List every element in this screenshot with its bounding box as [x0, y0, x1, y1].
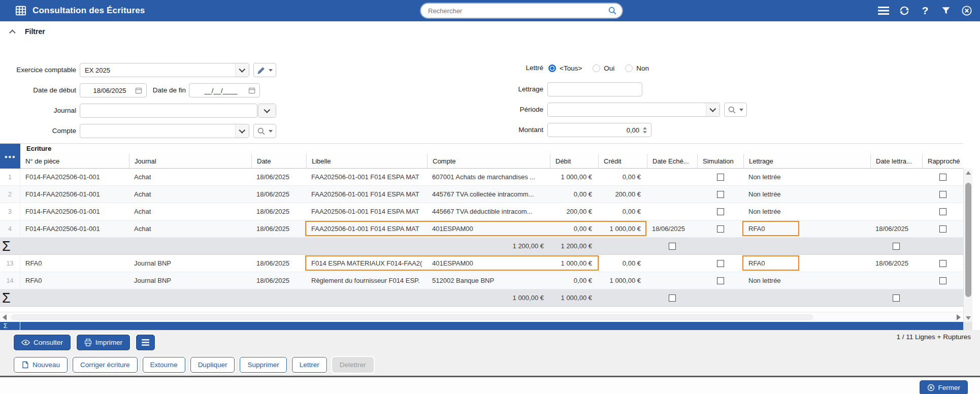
radio-label[interactable]: <Tous>	[560, 64, 582, 72]
rapproche-checkbox[interactable]	[939, 174, 946, 181]
periode-select[interactable]	[547, 103, 720, 117]
filter-funnel-icon[interactable]	[940, 5, 952, 17]
column-header[interactable]: Journal	[129, 154, 251, 169]
calendar-icon[interactable]	[248, 86, 255, 94]
chevron-down-icon[interactable]	[706, 103, 720, 116]
rapproche-checkbox[interactable]	[939, 260, 946, 267]
montant-input[interactable]	[552, 126, 641, 134]
rapproche-checkbox[interactable]	[939, 208, 946, 215]
table-row[interactable]: 14RFA0Journal BNP18/06/2025Règlement du …	[0, 272, 963, 289]
table-row[interactable]: 3F014-FAA202506-01-001Achat18/06/2025FAA…	[0, 203, 963, 220]
radio-unselected[interactable]	[625, 64, 633, 72]
journal-field[interactable]	[80, 104, 257, 118]
radio-label[interactable]: Non	[636, 64, 649, 72]
nouveau-button[interactable]: Nouveau	[14, 357, 68, 373]
scroll-up-icon[interactable]	[964, 169, 973, 177]
supprimer-button[interactable]: Supprimer	[240, 357, 286, 373]
column-header[interactable]: Crédit	[598, 154, 647, 169]
chevron-down-icon[interactable]	[235, 63, 249, 77]
column-header[interactable]: Débit	[550, 154, 598, 169]
column-header[interactable]: Date	[251, 154, 306, 169]
radio-unselected[interactable]	[593, 64, 600, 72]
table-row[interactable]: 1F014-FAA202506-01-001Achat18/06/2025FAA…	[0, 169, 963, 186]
exercice-edit-button[interactable]	[253, 63, 276, 77]
consulter-button[interactable]: Consulter	[14, 335, 71, 350]
periode-search-button[interactable]	[724, 103, 747, 117]
sum-row[interactable]: Σ1 200,00 €1 200,00 €	[0, 238, 963, 255]
column-header[interactable]: Libelle	[306, 154, 427, 169]
rapproche-checkbox[interactable]	[893, 243, 900, 250]
totals-bar-end	[963, 322, 972, 330]
horizontal-scroll-thumb[interactable]	[11, 314, 813, 320]
vertical-scrollbar[interactable]	[963, 169, 972, 322]
close-window-icon[interactable]	[961, 5, 973, 17]
search-box[interactable]	[421, 4, 622, 18]
horizontal-scrollbar[interactable]	[0, 312, 963, 322]
date-fin-input[interactable]	[193, 87, 248, 94]
column-header[interactable]: Date lettra...	[870, 154, 922, 169]
rapproche-checkbox[interactable]	[939, 191, 946, 198]
simulation-checkbox[interactable]	[717, 191, 724, 198]
lettrer-button[interactable]: Lettrer	[292, 357, 327, 373]
journal-dropdown-button[interactable]	[258, 104, 276, 118]
search-icon[interactable]	[608, 6, 617, 15]
menu-icon[interactable]	[877, 5, 890, 17]
filter-header[interactable]: Filtrer	[11, 27, 45, 36]
simulation-checkbox[interactable]	[669, 294, 676, 302]
column-header[interactable]: Rapproché	[922, 154, 963, 169]
table-row[interactable]: 4F014-FAA202506-01-001Achat18/06/2025FAA…	[0, 220, 963, 238]
search-input[interactable]	[428, 7, 608, 15]
more-actions-button[interactable]	[136, 335, 155, 350]
compte-search-button[interactable]	[253, 124, 276, 138]
extourne-button[interactable]: Extourne	[143, 357, 185, 373]
column-header[interactable]: Compte	[427, 154, 550, 169]
chevron-down-icon[interactable]	[235, 124, 249, 138]
scroll-right-icon[interactable]	[954, 312, 963, 322]
row-options-icon[interactable]: ●●●	[0, 144, 20, 169]
help-icon[interactable]: ?	[919, 5, 931, 17]
pencil-icon[interactable]	[257, 66, 266, 75]
new-document-icon	[21, 361, 29, 369]
montant-stepper[interactable]	[641, 127, 647, 134]
rapproche-checkbox[interactable]	[893, 294, 900, 302]
vertical-scroll-thumb[interactable]	[965, 183, 971, 297]
scroll-left-icon[interactable]	[0, 312, 9, 322]
chevron-down-icon[interactable]	[269, 130, 273, 133]
lettrage-input[interactable]	[552, 86, 638, 93]
simulation-checkbox[interactable]	[717, 174, 724, 181]
date-fin-field[interactable]	[189, 83, 260, 97]
chevron-down-icon[interactable]	[269, 69, 273, 72]
montant-field[interactable]	[547, 123, 651, 137]
table-row[interactable]: 13RFA0Journal BNP18/06/2025F014 ESPA MAT…	[0, 255, 963, 272]
sum-row[interactable]: Σ1 000,00 €1 000,00 €	[0, 289, 963, 307]
lettrage-field[interactable]	[547, 82, 642, 96]
table-row[interactable]: 2F014-FAA202506-01-001Achat18/06/2025FAA…	[0, 186, 963, 203]
journal-input[interactable]	[84, 107, 253, 115]
radio-label[interactable]: Oui	[604, 64, 614, 72]
simulation-checkbox[interactable]	[717, 208, 724, 215]
corriger-ecriture-button[interactable]: Corriger écriture	[73, 357, 138, 373]
magnifier-icon[interactable]	[257, 127, 266, 136]
column-header[interactable]: Lettrage	[743, 154, 870, 169]
fermer-button[interactable]: Fermer	[920, 380, 968, 394]
magnifier-icon[interactable]	[728, 106, 736, 114]
chevron-down-icon[interactable]	[739, 109, 743, 111]
collapse-chevron-icon[interactable]	[9, 29, 16, 36]
rapproche-checkbox[interactable]	[939, 225, 946, 233]
chevron-down-icon[interactable]	[258, 104, 276, 117]
simulation-checkbox[interactable]	[669, 243, 676, 250]
simulation-checkbox[interactable]	[717, 277, 724, 284]
rapproche-checkbox[interactable]	[939, 277, 946, 284]
column-header[interactable]: Date Eché...	[647, 154, 697, 169]
simulation-checkbox[interactable]	[717, 260, 724, 267]
imprimer-button[interactable]: Imprimer	[77, 335, 130, 350]
compte-select[interactable]	[80, 124, 249, 138]
column-header[interactable]: N° de pièce	[20, 154, 129, 169]
scroll-down-icon[interactable]	[964, 314, 973, 322]
dupliquer-button[interactable]: Dupliquer	[190, 357, 235, 373]
exercice-select[interactable]: EX 2025	[80, 63, 249, 77]
column-header[interactable]: Simulation	[697, 154, 743, 169]
radio-selected[interactable]	[548, 64, 556, 72]
refresh-icon[interactable]	[898, 5, 910, 17]
simulation-checkbox[interactable]	[717, 225, 724, 233]
